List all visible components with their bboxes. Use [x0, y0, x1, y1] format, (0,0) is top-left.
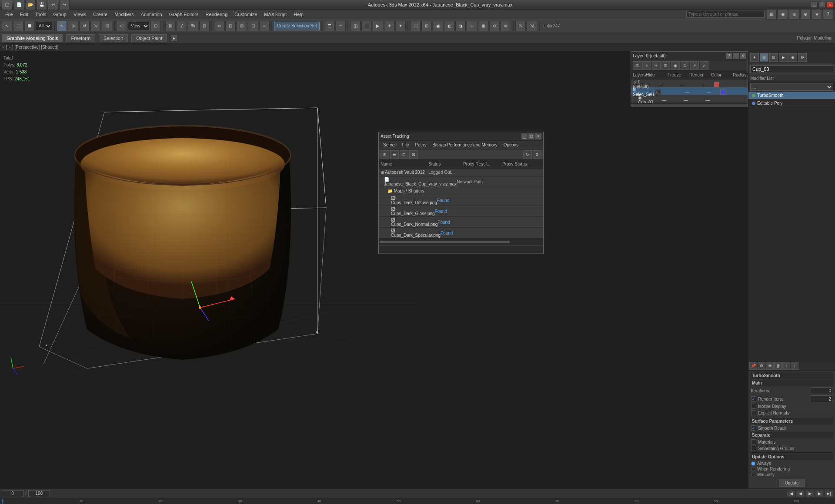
- menu-rendering[interactable]: Rendering: [202, 11, 231, 18]
- asset-menu-file[interactable]: File: [399, 142, 411, 148]
- layer-row-cup[interactable]: ◉ Cup_03 — — —: [631, 95, 748, 103]
- menu-modifiers[interactable]: Modifiers: [111, 11, 137, 18]
- close-btn[interactable]: ×: [826, 2, 833, 8]
- select-obj-btn[interactable]: ↖: [2, 21, 12, 31]
- prev-frame-btn[interactable]: ◀: [796, 490, 805, 497]
- asset-icon2[interactable]: ☰: [390, 150, 399, 159]
- align-btn[interactable]: ⊟: [225, 21, 236, 31]
- align4-btn[interactable]: ≡: [259, 21, 270, 31]
- viewport-3d[interactable]: Total Polys: 3,072 Verts: 1,538 FPS: 248…: [0, 51, 748, 488]
- rp-utilities-tab[interactable]: ⚙: [798, 53, 807, 62]
- tool11[interactable]: ⇲: [527, 21, 537, 31]
- asset-close-btn[interactable]: ×: [535, 133, 541, 139]
- align3-btn[interactable]: ⊡: [248, 21, 258, 31]
- layer-icon4[interactable]: ⊡: [661, 61, 670, 70]
- menu-file[interactable]: File: [2, 11, 17, 18]
- icon2[interactable]: ◉: [778, 9, 788, 20]
- layer-icon5[interactable]: ◉: [671, 61, 680, 70]
- mirror-btn[interactable]: ⇔: [214, 21, 224, 31]
- go-end-btn[interactable]: ▶|: [825, 490, 833, 497]
- env-btn[interactable]: ☀: [384, 21, 394, 31]
- modifier-editable-poly[interactable]: Editable Poly: [748, 99, 835, 107]
- save-btn[interactable]: 💾: [37, 0, 47, 10]
- layer-row-selec[interactable]: ⊞ Selec_Sel1 ☐ — —: [631, 87, 748, 95]
- render-btn[interactable]: ⬛: [361, 21, 372, 31]
- maximize-btn[interactable]: □: [818, 2, 825, 8]
- ref-coord-dropdown[interactable]: View: [128, 22, 150, 30]
- move-btn[interactable]: ⊕: [68, 21, 78, 31]
- icon3[interactable]: ⊕: [789, 9, 799, 20]
- rp-modify-tab[interactable]: ⊞: [760, 53, 768, 62]
- layer-icon8[interactable]: ↙: [700, 61, 708, 70]
- when-rendering-radio[interactable]: [751, 467, 755, 471]
- filter-dropdown[interactable]: All: [36, 22, 52, 30]
- asset-menu-server[interactable]: Server: [381, 142, 398, 148]
- asset-row-gloss[interactable]: 🖼 Cups_Dark_Gloss.png Found: [379, 206, 543, 217]
- layer-icon7[interactable]: ↗: [690, 61, 699, 70]
- asset-icon1[interactable]: ⊞: [381, 150, 389, 159]
- tool9[interactable]: ⊗: [501, 21, 511, 31]
- tab-graphite[interactable]: Graphite Modeling Tools: [2, 34, 63, 42]
- tool5[interactable]: ◑: [455, 21, 466, 31]
- icon6[interactable]: ?: [823, 9, 833, 20]
- mod-icon-down[interactable]: ↓: [791, 362, 798, 370]
- render-iters-checkbox[interactable]: [751, 396, 756, 401]
- iterations-input[interactable]: [811, 387, 832, 394]
- mod-icon-up[interactable]: ↑: [782, 362, 790, 370]
- tool4[interactable]: ◐: [444, 21, 454, 31]
- asset-refresh-btn[interactable]: ↻: [523, 150, 532, 159]
- asset-icon3[interactable]: ⊡: [400, 150, 408, 159]
- rp-create-tab[interactable]: ✦: [750, 53, 759, 62]
- rotate-btn[interactable]: ↺: [79, 21, 90, 31]
- icon5[interactable]: ★: [812, 9, 822, 20]
- icon1[interactable]: ⊞: [766, 9, 777, 20]
- modifier-dropdown[interactable]: ...: [750, 83, 833, 91]
- align2-btn[interactable]: ⊞: [237, 21, 247, 31]
- select-btn[interactable]: ↖: [57, 21, 67, 31]
- layer-scrollbar-h[interactable]: [631, 103, 748, 106]
- rp-display-tab[interactable]: ◉: [788, 53, 797, 62]
- asset-settings-btn[interactable]: ⚙: [533, 150, 541, 159]
- tool1[interactable]: ⬚: [410, 21, 421, 31]
- undo-btn[interactable]: ↩: [48, 0, 58, 10]
- menu-maxscript[interactable]: MAXScript: [261, 11, 290, 18]
- asset-icon4[interactable]: ⊠: [409, 150, 418, 159]
- total-frame-input[interactable]: [28, 490, 50, 497]
- tool2[interactable]: ⊞: [421, 21, 432, 31]
- ref-coord-btn[interactable]: ⊙: [117, 21, 127, 31]
- curve-btn[interactable]: ~: [335, 21, 346, 31]
- tool3[interactable]: ◉: [433, 21, 443, 31]
- hide-checkbox[interactable]: ☐: [655, 89, 661, 95]
- next-frame-btn[interactable]: ▶: [815, 490, 824, 497]
- render-iters-input[interactable]: [811, 395, 832, 402]
- layer-minimize-btn[interactable]: _: [733, 53, 739, 59]
- asset-scrollbar[interactable]: [379, 239, 543, 245]
- mod-icon-show[interactable]: 👁: [766, 362, 774, 370]
- icon4[interactable]: ⊗: [800, 9, 811, 20]
- layer-mgr-btn[interactable]: ☰: [324, 21, 334, 31]
- timeline-track[interactable]: 0 10 20 30 40 50 60 70 80 90 100: [0, 498, 835, 504]
- angle-snap-btn[interactable]: ∠: [177, 21, 187, 31]
- spinner-snap-btn[interactable]: ⊟: [199, 21, 210, 31]
- new-btn[interactable]: 📄: [14, 0, 24, 10]
- materials-checkbox[interactable]: [751, 439, 756, 444]
- rp-hierarchy-tab[interactable]: ⊡: [769, 53, 778, 62]
- asset-row-vault[interactable]: ⊞ Autodesk Vault 2012 Logged Out...: [379, 169, 543, 176]
- layer-icon3[interactable]: +: [652, 61, 661, 70]
- layer-icon1[interactable]: ⊞: [633, 61, 641, 70]
- mod-icon-pin[interactable]: 📌: [749, 362, 757, 370]
- asset-status-input[interactable]: [379, 245, 543, 254]
- menu-help[interactable]: Help: [290, 11, 307, 18]
- modifier-turbosmooth[interactable]: TurboSmooth: [748, 92, 835, 99]
- scale2-btn[interactable]: ⊞: [102, 21, 112, 31]
- effects-btn[interactable]: ✦: [395, 21, 406, 31]
- select-filter-btn[interactable]: 🔲: [24, 21, 35, 31]
- render2-btn[interactable]: ▶: [373, 21, 383, 31]
- isoline-checkbox[interactable]: [751, 404, 756, 409]
- viewport-plus[interactable]: +: [2, 45, 4, 50]
- asset-row-maxfile[interactable]: 📄 Japanese_Black_Cup_vray_vray.max Netwo…: [379, 176, 543, 187]
- menu-create[interactable]: Create: [90, 11, 111, 18]
- play-btn[interactable]: ▶: [805, 490, 814, 497]
- menu-group[interactable]: Group: [50, 11, 70, 18]
- minimize-btn[interactable]: _: [811, 2, 818, 8]
